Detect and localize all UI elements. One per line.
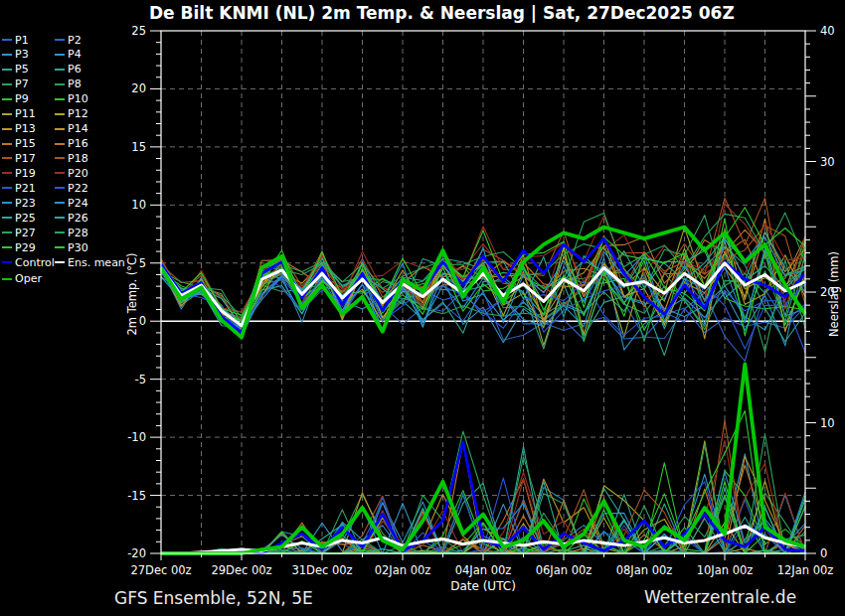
- legend-item-p24: P24: [55, 197, 88, 210]
- precip-tick-label: 10: [820, 416, 835, 430]
- legend-swatch-p28: [55, 231, 65, 233]
- date-tick-label: 08Jan 00z: [616, 563, 673, 577]
- legend-label-p19: P19: [15, 167, 36, 180]
- legend-item-p3: P3: [2, 48, 29, 61]
- legend-label-p3: P3: [15, 48, 29, 61]
- legend-item-p6: P6: [55, 63, 82, 76]
- legend-label-p4: P4: [68, 48, 82, 61]
- legend-item-p21: P21: [2, 182, 36, 195]
- legend-item-p13: P13: [2, 122, 36, 135]
- legend-item-p14: P14: [55, 122, 88, 135]
- date-tick-label: 06Jan 00z: [536, 563, 592, 577]
- legend-item-p12: P12: [55, 107, 88, 120]
- legend-swatch-p9: [2, 98, 12, 100]
- legend-item-p11: P11: [2, 107, 36, 120]
- legend-swatch-p7: [2, 83, 12, 85]
- legend-label-p10: P10: [68, 92, 88, 105]
- legend-item-p29: P29: [2, 241, 36, 254]
- legend-swatch-p20: [55, 172, 65, 174]
- date-tick-label: 27Dec 00z: [130, 563, 191, 577]
- temp-tick-label: -10: [127, 430, 146, 444]
- legend-label-p6: P6: [68, 63, 82, 76]
- legend-item-p20: P20: [55, 167, 88, 180]
- legend-swatch-p17: [2, 157, 12, 159]
- legend-swatch-p4: [55, 54, 65, 56]
- legend-item-p27: P27: [2, 227, 36, 239]
- date-tick-label: 31Dec 00z: [291, 563, 352, 577]
- legend-swatch-p22: [55, 187, 65, 189]
- legend-label-p20: P20: [68, 167, 88, 180]
- legend-item-p10: P10: [55, 92, 88, 105]
- date-tick-label: 29Dec 00z: [211, 563, 271, 577]
- legend-swatch-p26: [55, 217, 65, 219]
- temp-tick-label: 10: [131, 198, 146, 212]
- temp-tick-label: -5: [135, 373, 146, 386]
- legend-swatch-p16: [55, 143, 65, 145]
- legend-swatch-p19: [2, 172, 12, 174]
- legend-label-ens-mean: Ens. mean: [68, 256, 125, 269]
- legend-swatch-p12: [55, 113, 65, 115]
- legend-swatch-p25: [2, 217, 12, 219]
- legend-label-p30: P30: [68, 241, 88, 254]
- temp-axis-label: 2m Temp. (°C): [125, 253, 139, 336]
- date-tick-label: 04Jan 00z: [455, 563, 512, 577]
- legend-label-p28: P28: [68, 227, 88, 239]
- legend-label-p23: P23: [15, 197, 36, 210]
- legend-label-p2: P2: [68, 34, 82, 47]
- precip-axis-label: Neerslag (mm): [827, 251, 841, 337]
- legend-item-oper: Oper: [2, 272, 42, 285]
- temp-tick-label: -15: [127, 489, 146, 503]
- legend-item-p28: P28: [55, 227, 88, 239]
- legend-swatch-ens-mean: [55, 261, 65, 263]
- legend-label-p26: P26: [68, 212, 88, 225]
- legend-item-p7: P7: [2, 77, 29, 90]
- meteogram-page: { "title": "De Bilt KNMI (NL) 2m Temp. &…: [0, 0, 845, 616]
- legend-item-p1: P1: [2, 34, 29, 47]
- legend-label-p17: P17: [15, 152, 36, 165]
- legend-label-p12: P12: [68, 107, 88, 120]
- legend-item-ens-mean: Ens. mean: [55, 256, 125, 269]
- legend-label-p13: P13: [15, 122, 36, 135]
- legend-label-p8: P8: [68, 77, 82, 90]
- legend-swatch-p1: [2, 39, 12, 41]
- legend-swatch-p3: [2, 54, 12, 56]
- legend-label-p21: P21: [15, 182, 36, 195]
- legend-label-p9: P9: [15, 92, 29, 105]
- temp-tick-label: 15: [131, 140, 146, 154]
- legend-swatch-oper: [2, 278, 12, 280]
- legend-swatch-p13: [2, 128, 12, 130]
- legend-item-p19: P19: [2, 167, 36, 180]
- legend-label-p25: P25: [15, 212, 36, 225]
- legend-label-p5: P5: [15, 63, 29, 76]
- legend-label-p16: P16: [68, 137, 88, 150]
- model-footer-text: GFS Ensemble, 52N, 5E: [114, 588, 313, 608]
- legend-swatch-p8: [55, 83, 65, 85]
- legend-label-oper: Oper: [15, 272, 42, 285]
- legend-swatch-p10: [55, 98, 65, 100]
- legend-swatch-p24: [55, 202, 65, 204]
- legend-label-p22: P22: [68, 182, 88, 195]
- legend-item-p18: P18: [55, 152, 88, 165]
- legend-item-p26: P26: [55, 212, 88, 225]
- site-footer-text: Wetterzentrale.de: [644, 587, 796, 607]
- legend-swatch-p2: [55, 39, 65, 41]
- temp-tick-label: 20: [131, 81, 146, 95]
- legend-item-p25: P25: [2, 212, 36, 225]
- date-tick-label: 12Jan 00z: [777, 563, 834, 577]
- temp-tick-label: 25: [131, 24, 146, 38]
- legend-swatch-p14: [55, 128, 65, 130]
- legend-label-p14: P14: [68, 122, 88, 135]
- date-tick-label: 02Jan 00z: [375, 563, 431, 577]
- legend-label-p1: P1: [15, 34, 29, 47]
- legend-swatch-p11: [2, 113, 12, 115]
- legend-swatch-p5: [2, 69, 12, 71]
- legend-swatch-p29: [2, 246, 12, 248]
- legend-label-p11: P11: [15, 107, 36, 120]
- legend-label-p29: P29: [15, 241, 36, 254]
- legend-item-p15: P15: [2, 137, 36, 150]
- legend-swatch-p18: [55, 157, 65, 159]
- temp-tick-label: 0: [139, 314, 146, 328]
- legend-label-p15: P15: [15, 137, 36, 150]
- legend-item-p17: P17: [2, 152, 36, 165]
- precip-tick-label: 40: [820, 24, 835, 38]
